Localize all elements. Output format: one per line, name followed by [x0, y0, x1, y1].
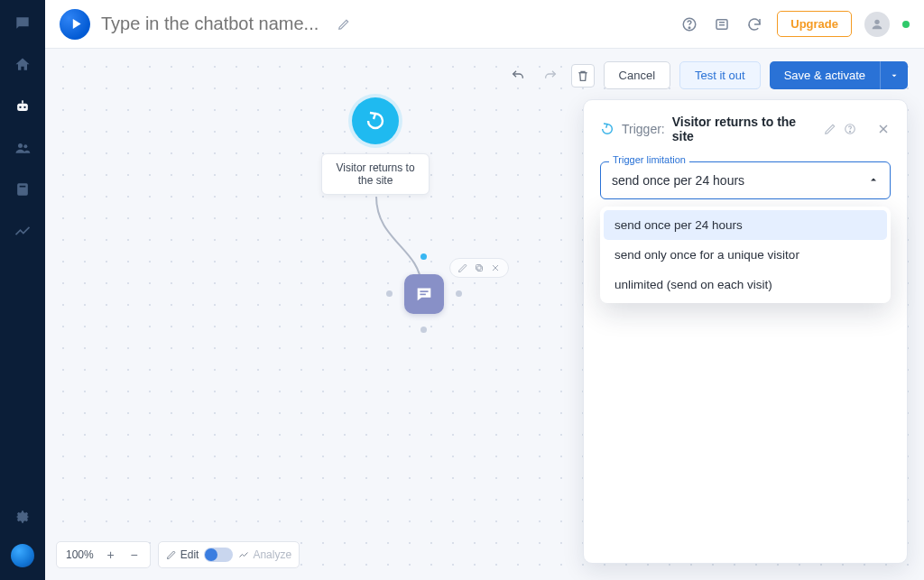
help-icon[interactable] — [679, 14, 699, 34]
svg-rect-19 — [420, 294, 425, 296]
undo-icon[interactable] — [506, 64, 530, 87]
panel-edit-icon[interactable] — [824, 123, 836, 135]
save-dropdown-button[interactable] — [880, 61, 908, 89]
analytics-icon[interactable] — [12, 220, 33, 242]
mode-analyze-label: Analyze — [238, 548, 291, 561]
svg-point-5 — [23, 144, 27, 148]
home-icon[interactable] — [12, 54, 33, 76]
edit-name-icon[interactable] — [337, 18, 350, 31]
redo-icon — [539, 64, 562, 87]
refresh-icon[interactable] — [744, 14, 764, 34]
cancel-button[interactable]: Cancel — [604, 61, 670, 89]
mode-edit-label: Edit — [166, 548, 199, 561]
test-button[interactable]: Test it out — [679, 61, 761, 89]
dropdown-option[interactable]: unlimited (send on each visit) — [604, 270, 887, 299]
node-port-top[interactable] — [420, 253, 427, 260]
book-icon[interactable] — [12, 179, 33, 200]
trigger-settings-panel: Trigger: Visitor returns to the site Tri… — [583, 99, 908, 564]
zoom-in-button[interactable]: + — [101, 545, 121, 565]
trigger-node-label: Visitor returns to the site — [321, 153, 430, 195]
left-nav-rail — [0, 0, 45, 580]
edit-analyze-toggle[interactable] — [204, 548, 233, 562]
svg-rect-0 — [17, 104, 28, 111]
trigger-node[interactable] — [352, 97, 399, 144]
svg-rect-3 — [22, 100, 23, 103]
trigger-limitation-select[interactable]: send once per 24 hours — [600, 161, 891, 199]
canvas-bottombar: 100% + − Edit Analyze — [56, 540, 300, 569]
avatar[interactable] — [864, 12, 890, 37]
panel-trigger-prefix: Trigger: — [622, 122, 665, 136]
news-icon[interactable] — [712, 14, 732, 34]
top-bar: Upgrade — [45, 0, 924, 49]
svg-point-13 — [874, 19, 879, 23]
svg-point-2 — [23, 106, 25, 108]
brand-orb-icon[interactable] — [11, 544, 34, 567]
contacts-icon[interactable] — [12, 137, 33, 159]
node-port-bottom[interactable] — [420, 327, 427, 333]
field-label: Trigger limitation — [609, 154, 689, 165]
zoom-value: 100% — [62, 548, 97, 561]
delete-icon[interactable] — [571, 64, 595, 87]
select-value: send once per 24 hours — [612, 173, 744, 188]
svg-point-4 — [18, 143, 23, 148]
trigger-limitation-dropdown: send once per 24 hours send only once fo… — [600, 207, 891, 303]
svg-rect-18 — [420, 290, 428, 292]
svg-rect-15 — [476, 265, 482, 271]
presence-dot-icon — [902, 21, 910, 28]
save-activate-button[interactable]: Save & activate — [770, 61, 880, 89]
upgrade-button[interactable]: Upgrade — [777, 11, 852, 37]
chatbot-name-input[interactable] — [101, 14, 327, 34]
node-delete-icon[interactable] — [488, 261, 503, 275]
svg-point-1 — [19, 106, 21, 108]
main-area: Upgrade Cancel — [45, 0, 924, 580]
chat-icon[interactable] — [12, 13, 33, 34]
chevron-up-icon — [868, 173, 879, 188]
panel-trigger-name: Visitor returns to the site — [672, 115, 817, 143]
dropdown-option[interactable]: send only once for a unique visitor — [604, 240, 887, 270]
svg-rect-6 — [17, 183, 28, 195]
zoom-controls: 100% + − — [56, 541, 151, 568]
trigger-icon — [600, 122, 614, 136]
node-port-right[interactable] — [456, 290, 462, 297]
flow-canvas[interactable]: Cancel Test it out Save & activate Visit… — [45, 49, 924, 580]
svg-point-21 — [849, 131, 850, 132]
dropdown-option[interactable]: send once per 24 hours — [604, 210, 887, 240]
panel-help-icon[interactable] — [844, 123, 856, 135]
mode-toggle: Edit Analyze — [158, 541, 300, 568]
panel-close-icon[interactable] — [876, 122, 891, 136]
canvas-toolbar: Cancel Test it out Save & activate — [506, 61, 908, 89]
settings-icon[interactable] — [12, 506, 33, 528]
node-edit-icon[interactable] — [456, 261, 470, 275]
svg-rect-7 — [20, 186, 26, 188]
node-port-left[interactable] — [386, 290, 393, 297]
svg-point-9 — [689, 27, 691, 29]
svg-rect-14 — [477, 266, 483, 272]
message-node[interactable] — [404, 274, 444, 314]
bot-icon[interactable] — [12, 96, 33, 117]
zoom-out-button[interactable]: − — [125, 545, 144, 565]
app-logo-icon[interactable] — [60, 9, 90, 40]
node-action-bar — [449, 258, 509, 278]
node-copy-icon[interactable] — [472, 261, 486, 275]
